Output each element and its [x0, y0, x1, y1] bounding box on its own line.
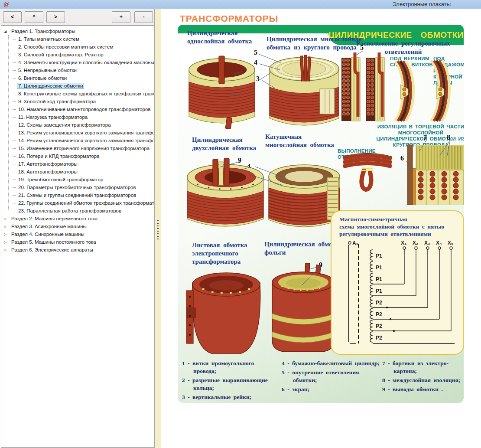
- title-bar: @ Электронные плакаты: [0, 0, 481, 9]
- tree-item[interactable]: 2. Способы прессовки магнитных систем: [1, 43, 154, 51]
- tap-terminal-label: X₃: [424, 240, 430, 246]
- tree-item-label[interactable]: 6. Винтовые обмотки: [17, 75, 68, 81]
- tree-section-label[interactable]: Раздел 1. Трансформаторы: [10, 28, 77, 34]
- tree-item-label[interactable]: 20. Параметры трехобмоточных трансформат…: [17, 184, 137, 190]
- zoom-out-button[interactable]: -: [134, 11, 153, 23]
- splitter-grip-icon[interactable]: [157, 220, 159, 240]
- tap-bands-illustration: [389, 58, 462, 123]
- tree-item-label[interactable]: 23. Параллельная работа трансформаторов: [17, 208, 123, 214]
- tree-item-label[interactable]: 19. Трехобмоточный трансформатор: [17, 177, 104, 183]
- tree-item[interactable]: 15. Изменение вторичного напряжения тран…: [1, 144, 154, 152]
- tree-item[interactable]: 19. Трехобмоточный трансформатор: [1, 176, 154, 183]
- tree-item-label[interactable]: 22. Группы соединений обмоток трехфазных…: [17, 200, 154, 206]
- tree-item[interactable]: 16. Потери и КПД трансформатора: [1, 152, 154, 160]
- up-button[interactable]: ^: [25, 11, 43, 23]
- tree-item[interactable]: 23. Параллельная работа трансформаторов: [1, 207, 154, 215]
- expander-collapsed-icon[interactable]: ▷: [4, 223, 9, 230]
- tree-item-label[interactable]: 11. Нагрузка трансформатора: [17, 114, 89, 120]
- expander-collapsed-icon[interactable]: ▷: [4, 231, 9, 238]
- tree-item-label[interactable]: 14. Режим установившегося короткого замы…: [17, 137, 154, 144]
- tree-item[interactable]: 17. Автотрансформаторы: [1, 160, 154, 168]
- foil-winding-illustration: [266, 263, 340, 356]
- tree-item-label[interactable]: 12. Схемы замещения трансформатора: [17, 122, 112, 128]
- tree-section-label[interactable]: Раздел 3. Асинхронные машины: [10, 223, 88, 229]
- tree-item[interactable]: 14. Режим установившегося короткого замы…: [1, 137, 154, 144]
- coil-label: P2: [376, 311, 382, 317]
- callout-7: 7: [423, 134, 427, 141]
- tree-section[interactable]: ▷Раздел 5. Машины постоянного тока: [1, 238, 154, 246]
- tree-item[interactable]: 6. Винтовые обмотки: [1, 74, 154, 82]
- tap-scheme-box: Магнитно-симметричная схема многослойной…: [331, 210, 464, 355]
- navigation-toolbar: < ^ > + -: [0, 9, 154, 25]
- tree-section[interactable]: ▷Раздел 2. Машины переменного тока: [1, 215, 154, 222]
- tree-item[interactable]: 4. Элементы конструкции н способы охлажд…: [1, 59, 154, 66]
- tree-children: 1. Типы магнитных систем2. Способы пресс…: [1, 35, 154, 215]
- tree-section-label[interactable]: Раздел 6. Электрические аппараты: [10, 247, 94, 253]
- tree-item-label[interactable]: 1. Типы магнитных систем: [17, 36, 81, 42]
- tree-item[interactable]: 7. Цилиндрические обмотки: [1, 82, 154, 90]
- tree-guide: [11, 125, 16, 126]
- tap-terminal-label: X₁: [401, 240, 406, 246]
- tree-item[interactable]: 8. Конструктивные схемы однофазных и тре…: [1, 90, 154, 98]
- tree-item-label[interactable]: 7. Цилиндрические обмотки: [17, 83, 84, 89]
- zoom-in-button[interactable]: +: [112, 11, 130, 23]
- tree-item-label[interactable]: 3. Силовой трансформатор. Реактор: [17, 52, 105, 58]
- tap-terminal-label: X₄: [436, 240, 442, 246]
- tree-item-label[interactable]: 4. Элементы конструкции н способы охлажд…: [17, 59, 154, 65]
- tree-section[interactable]: ▷Раздел 4. Синхронные машины: [1, 230, 154, 238]
- tree-item[interactable]: 22. Группы соединений обмоток трехфазных…: [1, 199, 154, 207]
- tree-guide: [11, 47, 16, 48]
- tap-terminal-label: X₅: [448, 240, 454, 246]
- tree-item-label[interactable]: 16. Потери и КПД трансформатора: [17, 153, 101, 159]
- legend-item: 1 - витки прямоугольного провода;: [182, 360, 278, 375]
- expander-collapsed-icon[interactable]: ▷: [4, 215, 9, 222]
- poster-brand-title: ТРАНСФОРМАТОРЫ: [180, 13, 278, 24]
- tree-item-label[interactable]: 9. Холостой ход трансформатора: [17, 98, 97, 105]
- tree-guide: [11, 203, 16, 204]
- tree-item-label[interactable]: 18. Автотрансформаторы: [17, 169, 79, 175]
- forward-button[interactable]: >: [46, 11, 65, 23]
- tree-item[interactable]: 1. Типы магнитных систем: [1, 35, 154, 43]
- tree-item[interactable]: 3. Силовой трансформатор. Реактор: [1, 51, 154, 59]
- tree-guide: [11, 172, 16, 173]
- tap-strips-illustration: [341, 52, 386, 123]
- back-button[interactable]: <: [3, 11, 22, 23]
- tree-item[interactable]: 18. Автотрансформаторы: [1, 168, 154, 176]
- tree-item-label[interactable]: 8. Конструктивные схемы однофазных и тре…: [17, 91, 154, 97]
- tree-item-label[interactable]: 10. Намагничивание магннтопроводов транс…: [17, 106, 152, 112]
- tree-section[interactable]: ▷Раздел 6. Электрические аппараты: [1, 246, 154, 254]
- tree-item-label[interactable]: 13. Режим установившегося короткого замы…: [17, 130, 154, 136]
- expander-collapsed-icon[interactable]: ▷: [4, 239, 9, 246]
- legend-item: 9 - выводы обмотки .: [382, 386, 463, 393]
- tree-item[interactable]: 20. Параметры трехобмоточных трансформат…: [1, 183, 154, 191]
- tree-item[interactable]: 13. Режим установившегося короткого замы…: [1, 129, 154, 137]
- tree-guide: [11, 187, 16, 188]
- poster-view: ТРАНСФОРМАТОРЫ ЦИЛИНДРИЧЕСКИЕ ОБМОТКИ Ци…: [161, 9, 481, 448]
- panel-splitter[interactable]: [154, 9, 162, 448]
- legend-column: 1 - витки прямоугольного провода;2 - раз…: [182, 360, 278, 402]
- contents-tree: ◢Раздел 1. Трансформаторы1. Типы магнитн…: [1, 27, 154, 254]
- tree-item[interactable]: 11. Нагрузка трансформатора: [1, 113, 154, 121]
- tree-section-label[interactable]: Раздел 2. Машины переменного тока: [10, 216, 99, 222]
- tree-guide: [11, 78, 16, 79]
- expander-expanded-icon[interactable]: ◢: [4, 28, 9, 35]
- sheet-winding-illustration: [186, 265, 264, 358]
- tree-item[interactable]: 10. Намагничивание магннтопроводов транс…: [1, 105, 154, 113]
- tree-section-label[interactable]: Раздел 4. Синхронные машины: [10, 231, 86, 237]
- tree-section[interactable]: ▷Раздел 3. Асинхронные машины: [1, 222, 154, 230]
- expander-collapsed-icon[interactable]: ▷: [4, 246, 9, 254]
- tree-guide: [11, 133, 16, 134]
- tree-guide: [11, 55, 16, 56]
- tree-item-label[interactable]: 17. Автотрансформаторы: [17, 161, 79, 167]
- tree-section[interactable]: ◢Раздел 1. Трансформаторы: [1, 27, 154, 35]
- legend-item: 3 - вертикальные рейки;: [182, 393, 278, 401]
- tree-item[interactable]: 12. Схемы замещения трансформатора: [1, 121, 154, 129]
- tree-item[interactable]: 5. Непрерывные обмотки: [1, 66, 154, 74]
- tree-item[interactable]: 9. Холостой ход трансформатора: [1, 98, 154, 105]
- tree-item[interactable]: 21. Схемы и группы соединений трансформа…: [1, 191, 154, 199]
- tree-item-label[interactable]: 15. Изменение вторичного напряжения тран…: [17, 145, 151, 151]
- tree-item-label[interactable]: 5. Непрерывные обмотки: [17, 67, 78, 73]
- tree-item-label[interactable]: 2. Способы прессовки магнитных систем: [17, 44, 114, 50]
- tree-item-label[interactable]: 21. Схемы и группы соединений трансформа…: [17, 192, 137, 198]
- tree-section-label[interactable]: Раздел 5. Машины постоянного тока: [10, 239, 98, 245]
